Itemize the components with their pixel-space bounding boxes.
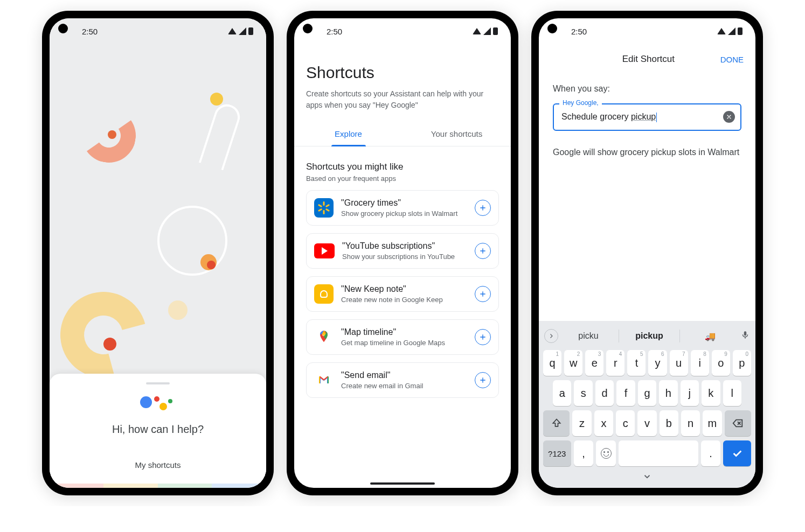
- battery-icon: [738, 27, 742, 35]
- card-text: "Map timeline" Get map timeline in Googl…: [341, 327, 467, 347]
- key-v[interactable]: v: [637, 410, 656, 436]
- backspace-icon: [732, 417, 744, 429]
- key-y[interactable]: y6: [648, 350, 667, 376]
- shortcut-card-walmart[interactable]: "Grocery times" Show grocery pickup slot…: [306, 190, 499, 226]
- enter-key[interactable]: [723, 440, 751, 466]
- period-key[interactable]: .: [701, 440, 721, 466]
- shortcut-card-keep[interactable]: "New Keep note" Create new note in Googl…: [306, 276, 499, 312]
- key-o[interactable]: o9: [712, 350, 730, 376]
- add-shortcut-button[interactable]: [475, 329, 491, 345]
- camera-cutout: [58, 24, 68, 33]
- edit-shortcut-body: When you say: Hey Google, Schedule groce…: [539, 74, 755, 321]
- done-button[interactable]: DONE: [720, 55, 744, 64]
- collapse-keyboard-button[interactable]: [541, 468, 753, 484]
- gmail-icon: [314, 370, 334, 390]
- key-c[interactable]: c: [616, 410, 635, 436]
- shortcut-card-youtube[interactable]: "YouTube subscriptions" Show your subscr…: [306, 233, 499, 269]
- card-subtitle: Get map timeline in Google Maps: [341, 339, 467, 347]
- header-title: Edit Shortcut: [577, 54, 720, 65]
- suggestion-2[interactable]: pickup: [623, 327, 675, 345]
- spacebar-key[interactable]: [619, 440, 698, 466]
- add-shortcut-button[interactable]: [475, 243, 491, 259]
- key-x[interactable]: x: [594, 410, 613, 436]
- phone-frame-3: 2:50 Edit Shortcut DONE When you say: He…: [531, 11, 763, 495]
- gradient-bar: [50, 484, 266, 488]
- cellular-icon: [728, 27, 735, 35]
- field-value-underlined: pickup: [631, 112, 656, 121]
- key-n[interactable]: n: [681, 410, 700, 436]
- comma-key[interactable]: ,: [574, 440, 594, 466]
- suggestion-1[interactable]: picku: [563, 327, 614, 345]
- text-cursor: [656, 113, 657, 122]
- expand-suggestions-button[interactable]: [544, 329, 558, 343]
- key-k[interactable]: k: [702, 380, 720, 406]
- google-keep-icon: [314, 284, 334, 304]
- my-shortcuts-button[interactable]: My shortcuts: [60, 455, 255, 475]
- symbols-key[interactable]: ?123: [543, 440, 571, 466]
- status-time: 2:50: [571, 27, 587, 36]
- key-r[interactable]: r4: [606, 350, 624, 376]
- shift-key[interactable]: [543, 410, 570, 436]
- plus-icon: [478, 333, 487, 341]
- walmart-icon: [314, 198, 334, 218]
- plus-icon: [478, 290, 487, 298]
- shortcut-card-gmail[interactable]: "Send email" Create new email in Gmail: [306, 362, 499, 398]
- shortcut-card-maps[interactable]: "Map timeline" Get map timeline in Googl…: [306, 319, 499, 355]
- key-s[interactable]: s: [574, 380, 592, 406]
- card-subtitle: Show grocery pickup slots in Walmart: [341, 209, 467, 218]
- key-j[interactable]: j: [681, 380, 699, 406]
- key-d[interactable]: d: [595, 380, 614, 406]
- field-value: Schedule grocery pickup: [561, 112, 657, 121]
- section-subheading: Based on your frequent apps: [306, 174, 499, 183]
- emoji-key[interactable]: [596, 440, 616, 466]
- add-shortcut-button[interactable]: [475, 286, 491, 302]
- key-g[interactable]: g: [638, 380, 656, 406]
- key-b[interactable]: b: [660, 410, 678, 436]
- screen-1: 2:50: [50, 18, 266, 488]
- key-w[interactable]: w2: [564, 350, 582, 376]
- tab-bar: Explore Your shortcuts: [294, 122, 511, 146]
- key-h[interactable]: h: [659, 380, 677, 406]
- key-m[interactable]: m: [703, 410, 721, 436]
- wallpaper-shape: [199, 101, 244, 171]
- add-shortcut-button[interactable]: [475, 372, 491, 388]
- card-subtitle: Show your subscriptions in YouTube: [342, 253, 467, 261]
- close-icon: [726, 114, 732, 120]
- google-assistant-logo: [60, 393, 255, 411]
- key-z[interactable]: z: [572, 410, 591, 436]
- key-q[interactable]: q1: [543, 350, 561, 376]
- cellular-icon: [483, 27, 491, 35]
- status-icons: [473, 27, 498, 35]
- key-u[interactable]: u7: [670, 350, 688, 376]
- wallpaper-shape: [168, 300, 188, 320]
- key-i[interactable]: i8: [691, 350, 709, 376]
- key-e[interactable]: e3: [585, 350, 603, 376]
- tab-your-shortcuts[interactable]: Your shortcuts: [403, 122, 511, 146]
- backspace-key[interactable]: [725, 410, 751, 436]
- plus-icon: [478, 204, 487, 212]
- key-t[interactable]: t5: [627, 350, 646, 376]
- suggestion-separator: [679, 330, 680, 342]
- key-l[interactable]: l: [723, 380, 741, 406]
- suggestion-emoji[interactable]: 🚚: [684, 327, 736, 346]
- camera-cutout: [303, 24, 313, 33]
- key-p[interactable]: p0: [733, 350, 751, 376]
- sheet-drag-handle[interactable]: [146, 382, 170, 384]
- tab-explore[interactable]: Explore: [294, 122, 403, 146]
- assistant-bottom-sheet[interactable]: Hi, how can I help? My shortcuts: [50, 374, 266, 488]
- clear-input-button[interactable]: [723, 111, 735, 123]
- wifi-icon: [228, 28, 237, 34]
- status-time: 2:50: [82, 27, 98, 36]
- navigation-handle[interactable]: [370, 482, 435, 485]
- add-shortcut-button[interactable]: [475, 200, 491, 216]
- voice-input-button[interactable]: [740, 330, 750, 342]
- keyboard-row-2: asdfghjkl: [541, 378, 753, 408]
- card-text: "Send email" Create new email in Gmail: [341, 370, 467, 390]
- wallpaper-shape: [207, 261, 216, 269]
- key-a[interactable]: a: [553, 380, 571, 406]
- phrase-input[interactable]: Hey Google, Schedule grocery pickup: [553, 103, 741, 131]
- wallpaper: Hi, how can I help? My shortcuts: [50, 44, 266, 488]
- screen-3: 2:50 Edit Shortcut DONE When you say: He…: [539, 18, 755, 488]
- key-f[interactable]: f: [616, 380, 635, 406]
- plus-icon: [478, 376, 487, 384]
